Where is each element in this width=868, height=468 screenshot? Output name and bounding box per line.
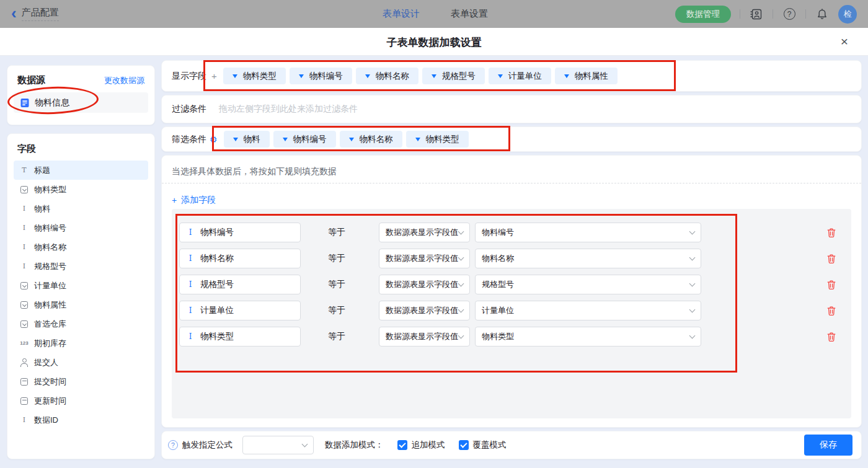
topbar: ‹ 产品配置 表单设计 表单设置 数据管理 ? [0,0,868,28]
source-type-select[interactable]: 数据源表显示字段值 [379,275,470,294]
source-type-select[interactable]: 数据源表显示字段值 [379,327,470,347]
field-item[interactable]: I 物料 [14,199,148,218]
rules-hint: 当选择具体数据后，将按如下规则填充数据 [172,166,337,177]
page: ‹ 产品配置 表单设计 表单设置 数据管理 ? [0,0,868,468]
field-name-input[interactable]: I 物料名称 [179,249,301,268]
change-datasource-link[interactable]: 更改数据源 [104,75,144,86]
add-display-field-icon[interactable]: + [211,71,217,81]
field-item-title[interactable]: T 标题 [14,161,148,180]
topbar-actions: 数据管理 ? 检 [675,0,857,28]
text-field-icon: I [186,280,195,289]
field-item[interactable]: 提交人 [14,353,148,372]
operator-label: 等于 [328,275,345,294]
text-field-icon: I [20,243,29,251]
field-item-label: 物料编号 [34,223,66,234]
field-item-label: 数据ID [34,415,58,426]
source-field-select[interactable]: 物料编号 [475,223,701,242]
screening-field-tag[interactable]: 物料名称 [340,131,402,148]
tab-form-design[interactable]: 表单设计 [383,8,420,20]
screening-field-tag[interactable]: 物料编号 [273,131,336,148]
source-type-select[interactable]: 数据源表显示字段值 [379,223,470,242]
field-item[interactable]: I 数据ID [14,410,148,430]
field-item[interactable]: I 物料名称 [14,237,148,257]
gear-icon[interactable]: ⚙ [210,135,218,144]
delete-row-button[interactable] [826,305,838,316]
source-field-select[interactable]: 物料名称 [475,249,701,268]
trash-icon [826,332,836,342]
display-field-tag[interactable]: 物料属性 [555,68,618,84]
delete-row-button[interactable] [826,253,838,264]
back-label: 产品配置 [22,7,59,21]
field-item-label: 首选仓库 [34,319,66,330]
field-name-input[interactable]: I 计量单位 [179,301,301,320]
tab-form-settings[interactable]: 表单设置 [451,8,488,20]
screening-field-tag[interactable]: 物料类型 [406,131,469,148]
screening-label: 筛选条件 [172,134,206,145]
add-field-link[interactable]: + 添加字段 [172,195,216,206]
divider [805,9,806,19]
field-item[interactable]: 提交时间 [14,372,148,391]
delete-row-button[interactable] [826,279,838,290]
trash-icon [826,280,836,290]
source-field-select[interactable]: 规格型号 [475,275,701,294]
delete-row-button[interactable] [826,227,838,238]
text-field-icon: I [20,205,29,213]
source-field-select[interactable]: 物料类型 [475,327,701,347]
mode-label: 数据添加模式： [325,439,384,451]
mapping-row: I 规格型号 等于 数据源表显示字段值 规格型号 [172,275,851,294]
overwrite-mode-checkbox[interactable]: 覆盖模式 [459,439,507,451]
display-field-tag[interactable]: 物料名称 [356,68,418,84]
display-field-tag[interactable]: 物料编号 [290,68,352,84]
close-button[interactable]: × [836,33,853,50]
avatar[interactable]: 检 [838,5,857,24]
display-field-tag[interactable]: 计量单位 [489,68,551,84]
filter-dropzone[interactable]: 拖动左侧字段到此处来添加过滤条件 [219,104,358,115]
field-item[interactable]: I 物料编号 [14,218,148,237]
chevron-down-icon [458,307,464,313]
chevron-down-icon [689,307,696,313]
back-button[interactable]: ‹ 产品配置 [11,7,59,21]
notification-button[interactable] [815,7,830,22]
datasource-header: 数据源 更改数据源 [7,66,154,92]
filter-row: 过滤条件 拖动左侧字段到此处来添加过滤条件 [161,95,862,123]
display-field-tag[interactable]: 物料类型 [223,68,286,84]
field-item[interactable]: 123 期初库存 [14,333,148,353]
display-field-tag[interactable]: 规格型号 [422,68,485,84]
source-field-select[interactable]: 计量单位 [475,301,701,320]
mapping-row: I 计量单位 等于 数据源表显示字段值 计量单位 [172,301,851,320]
field-item[interactable]: I 规格型号 [14,257,148,276]
help-icon[interactable]: ? [168,440,178,450]
field-item[interactable]: 计量单位 [14,276,148,295]
field-name-input[interactable]: I 物料类型 [179,327,301,347]
source-type-select[interactable]: 数据源表显示字段值 [379,249,470,268]
checkbox-checked-icon [397,440,407,450]
field-name-input[interactable]: I 规格型号 [179,275,301,294]
operator-label: 等于 [328,223,345,242]
delete-row-button[interactable] [826,331,838,342]
formula-label: 触发指定公式 [182,439,232,451]
text-field-icon: I [20,224,29,232]
save-button[interactable]: 保存 [804,435,852,456]
datasource-item[interactable]: 物料信息 [14,92,148,113]
field-item[interactable]: 物料属性 [14,295,148,314]
form-doc-icon [20,98,30,108]
formula-select[interactable] [242,436,314,454]
modal-header: 子表单数据加载设置 × [0,28,868,56]
help-button[interactable]: ? [782,7,797,22]
mapping-rows-zone: I 物料编号 等于 数据源表显示字段值 物料编号 I 物料名称 [172,209,851,418]
field-item[interactable]: 更新时间 [14,391,148,410]
source-type-select[interactable]: 数据源表显示字段值 [379,301,470,320]
field-name-input[interactable]: I 物料编号 [179,223,301,242]
title-field-icon: T [20,166,29,174]
datasource-item-label: 物料信息 [35,97,69,108]
screening-field-tag[interactable]: 物料 [224,131,270,148]
datasource-panel: 数据源 更改数据源 物料信息 [7,65,155,125]
data-manage-button[interactable]: 数据管理 [675,6,731,23]
field-item[interactable]: 首选仓库 [14,314,148,333]
field-item[interactable]: 物料类型 [14,180,148,199]
date-field-icon [20,378,29,386]
append-mode-checkbox[interactable]: 追加模式 [397,439,445,451]
footer-bar: ? 触发指定公式 数据添加模式： 追加模式 覆盖模式 保存 [161,431,862,459]
address-book-button[interactable] [749,7,764,22]
field-item-label: 物料名称 [34,242,66,253]
